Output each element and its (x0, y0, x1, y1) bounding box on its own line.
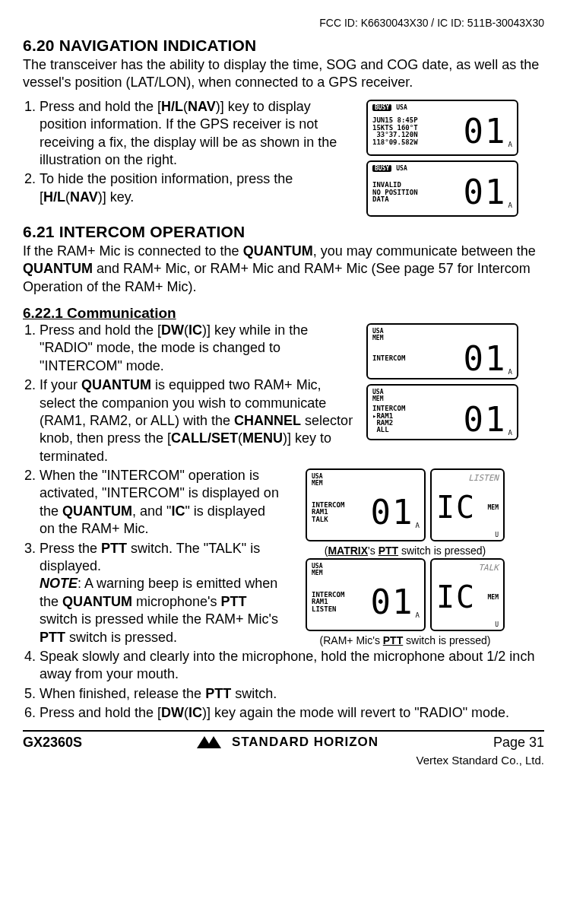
lcd-matrix-right: LISTEN IC MEM U (430, 468, 505, 541)
section-6-22-1-title: 6.22.1 Communication (23, 305, 544, 322)
copyright: Vertex Standard Co., Ltd. (23, 754, 544, 767)
step-1: Press and hold the [H/L(NAV)] key to dis… (40, 98, 359, 170)
lcd-region: USA (396, 104, 407, 111)
page-number: Page 31 (493, 735, 544, 751)
lcd-a: A (508, 368, 512, 376)
section-6-20-title: 6.20 NAVIGATION INDICATION (23, 37, 544, 55)
lcd-lines: INTERCOM RAM1 LISTEN (312, 592, 344, 613)
lcd-matrix-left: USA MEM INTERCOM RAM1 TALK 01 A (306, 468, 426, 541)
lcd-mem: MEM (312, 570, 420, 576)
lcd-mem: MEM (312, 480, 420, 487)
lcd-channel: 01 (464, 176, 507, 209)
section-6-22-1-steps-b: When the "INTERCOM" operation is activat… (23, 467, 544, 648)
manual-page: FCC ID: K6630043X30 / IC ID: 511B-30043X… (0, 0, 567, 924)
lcd-pair-ram: USA MEM INTERCOM RAM1 LISTEN 01 A TALK I… (306, 558, 505, 631)
lcd-lines: JUN15 8:45P 15KTS 160°T 33°37.120N 118°0… (372, 117, 418, 146)
lcd-u: U (436, 621, 499, 628)
step-2: If your QUANTUM is equipped two RAM+ Mic… (40, 376, 359, 465)
lcd-ic: IC (436, 582, 476, 612)
step-6: Press and hold the [DW(IC)] key again th… (40, 704, 544, 722)
lcd-intercom-select: USA MEM INTERCOM ▸RAM1 RAM2 ALL 01 A (366, 384, 518, 440)
section-6-22-1-steps-c: Speak slowly and clearly into the microp… (23, 648, 544, 722)
step-5: When finished, release the PTT switch. (40, 685, 544, 703)
lcd-stack-6221a: USA MEM INTERCOM 01 A USA MEM INTERCOM ▸… (366, 323, 518, 440)
lcd-channel: 01 (464, 115, 507, 148)
lcd-region: USA (372, 328, 383, 335)
step-2b: When the "INTERCOM" operation is activat… (40, 467, 283, 538)
lcd-lines: INTERCOM (372, 355, 405, 362)
lcd-a: A (508, 202, 512, 209)
footer-rule (23, 730, 544, 732)
lcd-u: U (436, 532, 499, 538)
lcd-listen: LISTEN (436, 473, 499, 483)
lcd-mem: MEM (488, 504, 499, 511)
section-6-21-lead: If the RAM+ Mic is connected to the QUAN… (23, 243, 544, 296)
lcd-channel: 01 (464, 403, 507, 437)
lcd-region: USA (312, 563, 322, 570)
lcd-a: A (416, 611, 420, 619)
lcd-nav-fix: BUSYUSA JUN15 8:45P 15KTS 160°T 33°37.12… (366, 100, 518, 156)
lcd-a: A (508, 141, 512, 148)
lcd-ic: IC (436, 492, 476, 522)
step-4: Speak slowly and clearly into the microp… (40, 648, 544, 684)
lcd-talk: TALK (436, 563, 499, 573)
lcd-region: USA (396, 165, 407, 172)
lcd-channel: 01 (371, 496, 414, 529)
caption-matrix: (MATRIX's PTT switch is pressed) (306, 545, 505, 557)
lcd-ram-left: USA MEM INTERCOM RAM1 LISTEN 01 A (306, 558, 426, 631)
brand-logo: STANDARD HORIZON (197, 735, 379, 750)
lcd-mem: MEM (488, 594, 499, 601)
lcd-region: USA (372, 389, 383, 395)
lcd-region: USA (312, 473, 322, 480)
section-6-20-steps: Press and hold the [H/L(NAV)] key to dis… (23, 98, 544, 217)
lcd-channel: 01 (371, 586, 414, 619)
brand-text: STANDARD HORIZON (232, 735, 379, 750)
lcd-a: A (508, 429, 512, 437)
lcd-stack-620: BUSYUSA JUN15 8:45P 15KTS 160°T 33°37.12… (366, 100, 518, 217)
lcd-nav-invalid: BUSYUSA INVALID NO POSITION DATA 01 A (366, 160, 518, 217)
lcd-lines: INTERCOM RAM1 TALK (312, 502, 344, 523)
step-3: Press the PTT switch. The "TALK" is disp… (40, 540, 283, 646)
lcd-lines: INTERCOM ▸RAM1 RAM2 ALL (372, 405, 405, 434)
lcd-lines: INVALID NO POSITION DATA (372, 182, 418, 203)
lcd-stack-6221b: USA MEM INTERCOM RAM1 TALK 01 A LISTEN I… (306, 468, 505, 646)
section-6-21-title: 6.21 INTERCOM OPERATION (23, 223, 544, 241)
lcd-a: A (416, 522, 420, 529)
busy-badge: BUSY (372, 104, 391, 111)
page-footer: GX2360S STANDARD HORIZON Page 31 (23, 735, 544, 751)
step-2: To hide the position information, press … (40, 170, 359, 206)
logo-icon (197, 736, 227, 748)
lcd-pair-matrix: USA MEM INTERCOM RAM1 TALK 01 A LISTEN I… (306, 468, 505, 541)
lcd-ram-right: TALK IC MEM U (430, 558, 505, 631)
caption-ram: (RAM+ Mic's PTT switch is pressed) (306, 634, 505, 646)
section-6-20-lead: The transceiver has the ability to displ… (23, 56, 544, 92)
lcd-intercom: USA MEM INTERCOM 01 A (366, 323, 518, 379)
busy-badge: BUSY (372, 165, 391, 172)
lcd-channel: 01 (464, 342, 507, 376)
section-6-22-1-steps-a: Press and hold the [DW(IC)] key while in… (23, 322, 544, 467)
model-number: GX2360S (23, 735, 82, 751)
fcc-id-line: FCC ID: K6630043X30 / IC ID: 511B-30043X… (23, 17, 544, 29)
step-1: Press and hold the [DW(IC)] key while in… (40, 322, 359, 375)
